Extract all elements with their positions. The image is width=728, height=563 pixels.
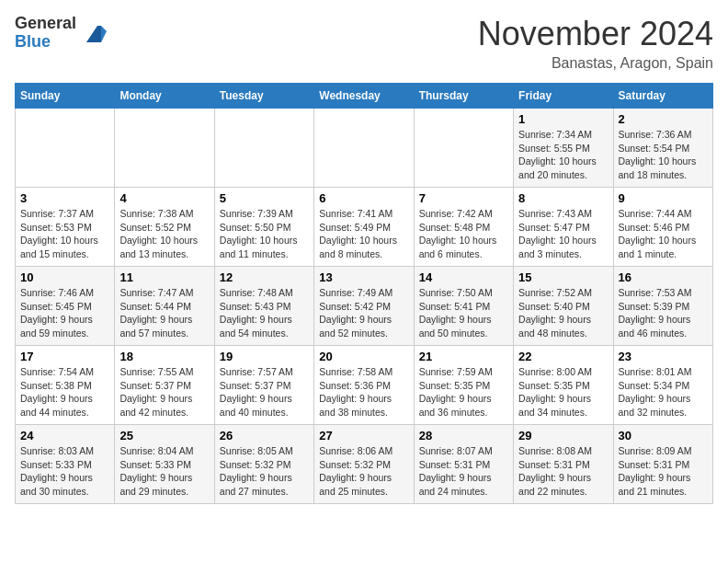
day-info: Sunrise: 7:57 AMSunset: 5:37 PMDaylight:… — [220, 365, 309, 419]
day-info: Sunrise: 8:04 AMSunset: 5:33 PMDaylight:… — [119, 444, 209, 499]
day-number: 7 — [419, 191, 508, 205]
day-info: Sunrise: 7:44 AMSunset: 5:46 PMDaylight:… — [619, 207, 708, 261]
day-number: 9 — [619, 191, 708, 205]
location: Banastas, Aragon, Spain — [478, 55, 713, 72]
calendar-cell: 20Sunrise: 7:58 AMSunset: 5:36 PMDayligh… — [314, 346, 414, 425]
weekday-header-tuesday: Tuesday — [214, 84, 313, 109]
day-number: 8 — [518, 191, 608, 205]
day-info: Sunrise: 7:49 AMSunset: 5:42 PMDaylight:… — [319, 286, 408, 340]
calendar-week-row: 3Sunrise: 7:37 AMSunset: 5:53 PMDaylight… — [16, 188, 713, 267]
day-number: 2 — [619, 112, 708, 126]
day-number: 3 — [20, 191, 109, 205]
calendar-cell: 28Sunrise: 8:07 AMSunset: 5:31 PMDayligh… — [414, 425, 513, 504]
calendar-cell: 2Sunrise: 7:36 AMSunset: 5:54 PMDaylight… — [613, 109, 712, 188]
calendar-cell: 8Sunrise: 7:43 AMSunset: 5:47 PMDaylight… — [514, 188, 613, 267]
calendar-cell: 4Sunrise: 7:38 AMSunset: 5:52 PMDaylight… — [115, 188, 214, 267]
day-number: 5 — [220, 191, 309, 205]
calendar-cell: 30Sunrise: 8:09 AMSunset: 5:31 PMDayligh… — [613, 425, 712, 504]
day-number: 1 — [518, 112, 608, 126]
calendar-week-row: 10Sunrise: 7:46 AMSunset: 5:45 PMDayligh… — [16, 267, 713, 346]
calendar-week-row: 17Sunrise: 7:54 AMSunset: 5:38 PMDayligh… — [16, 346, 713, 425]
day-number: 6 — [319, 191, 408, 205]
day-info: Sunrise: 8:06 AMSunset: 5:32 PMDaylight:… — [319, 444, 408, 499]
day-number: 21 — [419, 350, 508, 363]
calendar-cell: 14Sunrise: 7:50 AMSunset: 5:41 PMDayligh… — [414, 267, 513, 346]
day-info: Sunrise: 7:54 AMSunset: 5:38 PMDaylight:… — [20, 365, 109, 419]
calendar-cell — [16, 109, 115, 188]
day-info: Sunrise: 8:01 AMSunset: 5:34 PMDaylight:… — [619, 365, 708, 419]
day-info: Sunrise: 7:50 AMSunset: 5:41 PMDaylight:… — [419, 286, 508, 340]
calendar-cell: 13Sunrise: 7:49 AMSunset: 5:42 PMDayligh… — [314, 267, 414, 346]
day-number: 26 — [220, 429, 309, 442]
day-info: Sunrise: 7:43 AMSunset: 5:47 PMDaylight:… — [518, 207, 608, 261]
day-info: Sunrise: 7:47 AMSunset: 5:44 PMDaylight:… — [119, 286, 209, 340]
day-info: Sunrise: 7:53 AMSunset: 5:39 PMDaylight:… — [619, 286, 708, 340]
day-number: 16 — [619, 270, 708, 284]
day-number: 30 — [619, 429, 708, 442]
calendar-cell: 25Sunrise: 8:04 AMSunset: 5:33 PMDayligh… — [115, 425, 214, 504]
day-number: 15 — [518, 270, 608, 284]
day-number: 27 — [319, 429, 408, 442]
calendar-cell — [115, 109, 214, 188]
day-info: Sunrise: 7:39 AMSunset: 5:50 PMDaylight:… — [220, 207, 309, 261]
weekday-header-saturday: Saturday — [613, 84, 712, 109]
day-number: 10 — [20, 270, 109, 284]
calendar-cell: 24Sunrise: 8:03 AMSunset: 5:33 PMDayligh… — [16, 425, 115, 504]
calendar-cell: 21Sunrise: 7:59 AMSunset: 5:35 PMDayligh… — [414, 346, 513, 425]
calendar-cell: 11Sunrise: 7:47 AMSunset: 5:44 PMDayligh… — [115, 267, 214, 346]
day-info: Sunrise: 7:55 AMSunset: 5:37 PMDaylight:… — [119, 365, 209, 419]
calendar-cell — [414, 109, 513, 188]
day-info: Sunrise: 7:48 AMSunset: 5:43 PMDaylight:… — [220, 286, 309, 340]
day-number: 11 — [119, 270, 209, 284]
day-number: 25 — [119, 429, 209, 442]
calendar-cell: 26Sunrise: 8:05 AMSunset: 5:32 PMDayligh… — [214, 425, 313, 504]
weekday-header-thursday: Thursday — [414, 84, 513, 109]
day-info: Sunrise: 8:07 AMSunset: 5:31 PMDaylight:… — [419, 444, 508, 499]
day-info: Sunrise: 7:42 AMSunset: 5:48 PMDaylight:… — [419, 207, 508, 261]
calendar-cell: 29Sunrise: 8:08 AMSunset: 5:31 PMDayligh… — [514, 425, 613, 504]
day-info: Sunrise: 8:05 AMSunset: 5:32 PMDaylight:… — [220, 444, 309, 499]
calendar-cell: 1Sunrise: 7:34 AMSunset: 5:55 PMDaylight… — [514, 109, 613, 188]
day-number: 29 — [518, 429, 608, 442]
day-number: 19 — [220, 350, 309, 363]
day-number: 4 — [119, 191, 209, 205]
day-number: 28 — [419, 429, 508, 442]
calendar-table: SundayMondayTuesdayWednesdayThursdayFrid… — [15, 83, 713, 504]
day-info: Sunrise: 7:36 AMSunset: 5:54 PMDaylight:… — [619, 128, 708, 182]
calendar-cell: 17Sunrise: 7:54 AMSunset: 5:38 PMDayligh… — [16, 346, 115, 425]
calendar-cell — [314, 109, 414, 188]
weekday-header-wednesday: Wednesday — [314, 84, 414, 109]
day-info: Sunrise: 7:52 AMSunset: 5:40 PMDaylight:… — [518, 286, 608, 340]
day-info: Sunrise: 7:37 AMSunset: 5:53 PMDaylight:… — [20, 207, 109, 261]
day-info: Sunrise: 8:03 AMSunset: 5:33 PMDaylight:… — [20, 444, 109, 499]
weekday-header-friday: Friday — [514, 84, 613, 109]
calendar-cell: 10Sunrise: 7:46 AMSunset: 5:45 PMDayligh… — [16, 267, 115, 346]
calendar-cell: 5Sunrise: 7:39 AMSunset: 5:50 PMDaylight… — [214, 188, 313, 267]
day-info: Sunrise: 7:59 AMSunset: 5:35 PMDaylight:… — [419, 365, 508, 419]
svg-marker-1 — [86, 26, 101, 42]
day-number: 17 — [20, 350, 109, 363]
logo-icon — [79, 18, 108, 48]
day-info: Sunrise: 7:34 AMSunset: 5:55 PMDaylight:… — [518, 128, 608, 182]
day-info: Sunrise: 8:08 AMSunset: 5:31 PMDaylight:… — [518, 444, 608, 499]
day-info: Sunrise: 7:58 AMSunset: 5:36 PMDaylight:… — [319, 365, 408, 419]
calendar-cell: 23Sunrise: 8:01 AMSunset: 5:34 PMDayligh… — [613, 346, 712, 425]
logo: General Blue — [15, 15, 108, 52]
logo-general: General — [15, 15, 76, 33]
day-info: Sunrise: 7:38 AMSunset: 5:52 PMDaylight:… — [119, 207, 209, 261]
calendar-cell: 12Sunrise: 7:48 AMSunset: 5:43 PMDayligh… — [214, 267, 313, 346]
calendar-cell: 3Sunrise: 7:37 AMSunset: 5:53 PMDaylight… — [16, 188, 115, 267]
calendar-cell: 7Sunrise: 7:42 AMSunset: 5:48 PMDaylight… — [414, 188, 513, 267]
calendar-cell: 6Sunrise: 7:41 AMSunset: 5:49 PMDaylight… — [314, 188, 414, 267]
weekday-header-sunday: Sunday — [16, 84, 115, 109]
calendar-cell: 15Sunrise: 7:52 AMSunset: 5:40 PMDayligh… — [514, 267, 613, 346]
day-info: Sunrise: 8:00 AMSunset: 5:35 PMDaylight:… — [518, 365, 608, 419]
page-header: General Blue November 2024 Banastas, Ara… — [15, 15, 713, 72]
day-number: 12 — [220, 270, 309, 284]
day-number: 18 — [119, 350, 209, 363]
calendar-body: 1Sunrise: 7:34 AMSunset: 5:55 PMDaylight… — [16, 109, 713, 504]
calendar-cell: 16Sunrise: 7:53 AMSunset: 5:39 PMDayligh… — [613, 267, 712, 346]
calendar-cell: 9Sunrise: 7:44 AMSunset: 5:46 PMDaylight… — [613, 188, 712, 267]
calendar-cell: 18Sunrise: 7:55 AMSunset: 5:37 PMDayligh… — [115, 346, 214, 425]
day-number: 20 — [319, 350, 408, 363]
